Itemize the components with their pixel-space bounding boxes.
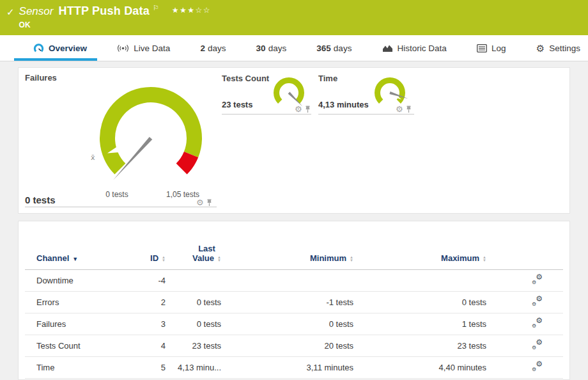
gauge-icon <box>33 43 44 54</box>
channel-id: 2 <box>141 297 166 307</box>
channel-name: Downtime <box>25 276 141 285</box>
widget-pin-icon[interactable] <box>206 199 213 207</box>
widget-tools: ⚙ <box>196 198 213 207</box>
channels-table: Channel▼ ID▲▼ Last Value▲▼ Minimum▲▼ Max… <box>19 221 569 379</box>
channel-settings-gears-icon[interactable]: ⚙⚙ <box>532 297 543 306</box>
gauge-current-value: 4,13 minutes <box>318 100 369 109</box>
channel-name: Tests Count <box>25 341 141 351</box>
column-header-channel[interactable]: Channel▼ <box>25 253 141 263</box>
widget-gear-icon[interactable]: ⚙ <box>396 105 403 113</box>
table-row-failures[interactable]: Failures 3 0 tests 0 tests 1 tests ⚙⚙ <box>25 313 563 335</box>
broadcast-icon <box>117 44 129 53</box>
gauge-title: Time <box>318 74 337 83</box>
channel-minimum: 3,11 minutes <box>221 363 353 372</box>
tab-historic-data[interactable]: Historic Data <box>382 35 447 61</box>
status-badge: OK <box>19 20 212 29</box>
tab-bar: Overview Live Data 2days 30days 365days … <box>0 35 588 61</box>
column-header-id[interactable]: ID▲▼ <box>141 253 166 263</box>
gauge-current-value: 0 tests <box>25 194 56 205</box>
channel-settings-gears-icon[interactable]: ⚙⚙ <box>532 275 543 285</box>
channel-minimum: -1 tests <box>221 297 353 307</box>
page-title: HTTP Push Data <box>58 4 150 18</box>
gauge-min-label: 0 tests <box>105 190 128 199</box>
channel-maximum: 1 tests <box>353 319 486 329</box>
gauge-title: Tests Count <box>222 74 269 83</box>
gauges-panel: Failures x̄ 0 tests 1,05 tests 0 tests ⚙… <box>18 67 570 214</box>
channel-minimum: 0 tests <box>221 319 353 329</box>
channel-maximum: 0 tests <box>353 297 486 307</box>
sort-caret-icon: ▼ <box>72 256 78 262</box>
sensor-header: ✓ Sensor HTTP Push Data ⚐ ★★★☆☆ OK <box>0 0 588 35</box>
channel-id: 5 <box>141 363 166 372</box>
status-ok-check-icon: ✓ <box>6 6 15 18</box>
widget-tools: ⚙ <box>295 105 311 113</box>
channel-last-value: 0 tests <box>166 319 221 329</box>
channel-last-value: 4,13 minu... <box>166 363 221 372</box>
tab-365-days[interactable]: 365days <box>316 35 352 61</box>
channel-minimum: 20 tests <box>221 341 353 351</box>
widget-pin-icon[interactable] <box>304 106 311 113</box>
sensor-kind-label: Sensor <box>19 5 54 18</box>
table-row-tests-count[interactable]: Tests Count 4 23 tests 20 tests 23 tests… <box>25 335 563 357</box>
log-list-icon <box>477 44 487 52</box>
sensor-title-block: Sensor HTTP Push Data ⚐ ★★★☆☆ OK <box>19 4 212 29</box>
widget-tools: ⚙ <box>396 105 412 113</box>
tab-live-data[interactable]: Live Data <box>117 35 170 61</box>
table-row-time[interactable]: Time 5 4,13 minu... 3,11 minutes 4,40 mi… <box>25 357 563 379</box>
flag-icon[interactable]: ⚐ <box>153 4 159 12</box>
channel-id: -4 <box>141 276 166 285</box>
priority-stars[interactable]: ★★★☆☆ <box>172 6 211 15</box>
channel-last-value: 23 tests <box>166 341 221 351</box>
tab-log[interactable]: Log <box>477 35 506 61</box>
tab-overview[interactable]: Overview <box>33 35 87 61</box>
channel-name: Failures <box>25 319 141 329</box>
tab-30-days[interactable]: 30days <box>256 35 287 61</box>
channels-table-panel: Channel▼ ID▲▼ Last Value▲▼ Minimum▲▼ Max… <box>18 221 570 380</box>
column-header-last-value[interactable]: Last Value▲▼ <box>166 244 221 263</box>
channel-settings-gears-icon[interactable]: ⚙⚙ <box>532 319 543 328</box>
sort-arrows-icon: ▲▼ <box>483 256 486 262</box>
table-row-errors[interactable]: Errors 2 0 tests -1 tests 0 tests ⚙⚙ <box>25 292 563 313</box>
channel-id: 4 <box>141 341 166 351</box>
area-chart-icon <box>382 44 393 52</box>
column-header-maximum[interactable]: Maximum▲▼ <box>353 253 486 263</box>
average-marker-label: x̄ <box>91 154 95 162</box>
channel-name: Errors <box>25 297 141 307</box>
channel-settings-gears-icon[interactable]: ⚙⚙ <box>532 362 543 372</box>
channel-name: Time <box>25 363 141 372</box>
channel-id: 3 <box>141 319 166 329</box>
channel-settings-gears-icon[interactable]: ⚙⚙ <box>532 340 543 350</box>
channel-maximum: 23 tests <box>353 341 486 351</box>
widget-divider <box>25 207 217 207</box>
widget-gear-icon[interactable]: ⚙ <box>295 105 302 113</box>
gear-icon: ⚙ <box>536 44 545 53</box>
widget-divider <box>318 114 414 115</box>
tab-2-days[interactable]: 2days <box>200 35 226 61</box>
channel-last-value: 0 tests <box>166 297 221 307</box>
column-header-minimum[interactable]: Minimum▲▼ <box>221 253 353 263</box>
channel-maximum: 4,40 minutes <box>353 363 486 372</box>
table-header-row: Channel▼ ID▲▼ Last Value▲▼ Minimum▲▼ Max… <box>25 221 563 270</box>
widget-gear-icon[interactable]: ⚙ <box>196 198 204 207</box>
gauge-max-label: 1,05 tests <box>166 190 199 199</box>
tab-settings[interactable]: ⚙ Settings <box>536 35 580 61</box>
gauge-title: Failures <box>25 73 57 83</box>
gauge-current-value: 23 tests <box>222 100 252 109</box>
table-row-downtime[interactable]: Downtime -4 ⚙⚙ <box>25 270 563 292</box>
widget-divider <box>222 114 311 115</box>
failures-gauge: x̄ <box>87 74 215 202</box>
widget-pin-icon[interactable] <box>405 106 412 113</box>
